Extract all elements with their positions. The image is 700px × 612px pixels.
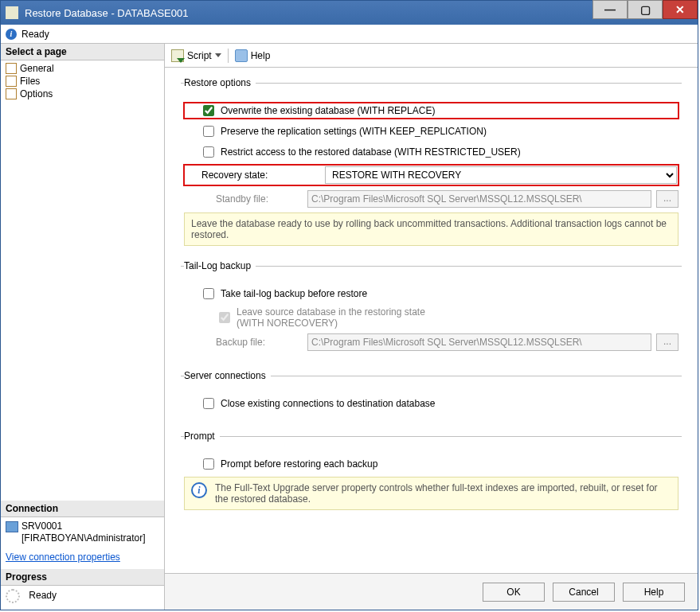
take-taillog-checkbox[interactable] (203, 288, 214, 299)
page-icon (6, 76, 17, 87)
restore-options-legend: Restore options (184, 77, 256, 88)
leave-restoring-label: Leave source database in the restoring s… (237, 306, 425, 329)
spinner-icon (6, 589, 20, 603)
progress-panel: Ready (1, 586, 164, 610)
separator (228, 49, 229, 63)
sidebar: Select a page General Files Options Conn… (1, 44, 165, 610)
standby-file-input (307, 190, 651, 208)
prompt-before-checkbox[interactable] (203, 458, 214, 470)
info-icon: i (191, 482, 207, 498)
sidebar-item-files[interactable]: Files (1, 75, 164, 88)
ok-button[interactable]: OK (483, 583, 545, 602)
tail-log-legend: Tail-Log backup (184, 260, 256, 271)
script-button[interactable]: Script (171, 49, 221, 62)
standby-file-label: Standby file: (184, 193, 307, 205)
select-page-header: Select a page (1, 44, 164, 60)
chevron-down-icon (215, 53, 221, 57)
server-icon (6, 521, 18, 532)
help-button[interactable]: Help (623, 583, 685, 602)
restrict-checkbox[interactable] (203, 146, 214, 158)
prompt-group: Prompt Prompt before restoring each back… (181, 431, 682, 513)
close-connections-label: Close existing connections to destinatio… (221, 398, 436, 409)
sidebar-item-label: Options (20, 88, 53, 99)
overwrite-row: Overwrite the existing database (WITH RE… (184, 103, 678, 119)
page-icon (6, 88, 17, 99)
titlebar[interactable]: Restore Database - DATABASE001 — ▢ ✕ (1, 1, 698, 25)
script-label: Script (187, 50, 212, 61)
fulltext-note-text: The Full-Text Upgrade server property co… (215, 482, 671, 505)
window-frame: Restore Database - DATABASE001 — ▢ ✕ i R… (0, 0, 698, 610)
progress-header: Progress (1, 569, 164, 586)
restore-options-group: Restore options Overwrite the existing d… (181, 77, 682, 249)
server-connections-legend: Server connections (184, 370, 271, 381)
sidebar-item-label: Files (20, 76, 40, 87)
help-label: Help (251, 50, 271, 61)
recovery-state-select[interactable]: RESTORE WITH RECOVERY (325, 166, 677, 184)
prompt-legend: Prompt (184, 431, 220, 442)
info-icon: i (6, 29, 17, 40)
recovery-row: Recovery state: RESTORE WITH RECOVERY (184, 165, 678, 185)
help-icon (235, 49, 248, 62)
fulltext-note: i The Full-Text Upgrade server property … (184, 477, 678, 510)
sidebar-item-general[interactable]: General (1, 62, 164, 75)
toolbar: Script Help (165, 44, 698, 68)
preserve-label: Preserve the replication settings (WITH … (221, 126, 487, 137)
window-title: Restore Database - DATABASE001 (25, 7, 592, 19)
overwrite-checkbox[interactable] (203, 105, 214, 116)
recovery-state-label: Recovery state: (186, 170, 325, 181)
dialog-footer: OK Cancel Help (165, 573, 698, 610)
connection-user: [FIRATBOYAN\Administrator] (6, 532, 159, 544)
close-connections-checkbox[interactable] (203, 398, 214, 409)
sidebar-item-label: General (20, 63, 54, 74)
leave-restoring-checkbox (219, 312, 230, 323)
script-icon (171, 49, 184, 62)
maximize-button[interactable]: ▢ (628, 0, 663, 19)
progress-text: Ready (29, 590, 57, 601)
backup-browse-button: ... (656, 333, 678, 351)
tail-log-group: Tail-Log backup Take tail-log backup bef… (181, 260, 682, 359)
sidebar-item-options[interactable]: Options (1, 88, 164, 100)
server-connections-group: Server connections Close existing connec… (181, 370, 682, 419)
standby-browse-button: ... (656, 190, 678, 208)
ready-bar: i Ready (1, 25, 698, 44)
connection-header: Connection (1, 501, 164, 517)
connection-panel: SRV0001 [FIRATBOYAN\Administrator] View … (1, 517, 164, 569)
server-name: SRV0001 (22, 520, 62, 532)
preserve-checkbox[interactable] (203, 126, 214, 137)
page-icon (6, 63, 17, 74)
app-icon (6, 6, 18, 19)
minimize-button[interactable]: — (592, 0, 628, 19)
backup-file-label: Backup file: (184, 337, 307, 348)
prompt-before-label: Prompt before restoring each backup (221, 458, 377, 470)
recovery-note: Leave the database ready to use by rolli… (184, 212, 678, 246)
overwrite-label: Overwrite the existing database (WITH RE… (221, 105, 435, 116)
options-page: Restore options Overwrite the existing d… (165, 68, 698, 573)
cancel-button[interactable]: Cancel (553, 583, 615, 602)
view-connection-properties-link[interactable]: View connection properties (6, 552, 120, 563)
ready-text: Ready (22, 29, 49, 40)
take-taillog-label: Take tail-log backup before restore (221, 288, 367, 299)
restrict-label: Restrict access to the restored database… (221, 146, 521, 158)
backup-file-input (307, 333, 651, 351)
help-button[interactable]: Help (235, 49, 271, 62)
close-button[interactable]: ✕ (663, 0, 698, 19)
